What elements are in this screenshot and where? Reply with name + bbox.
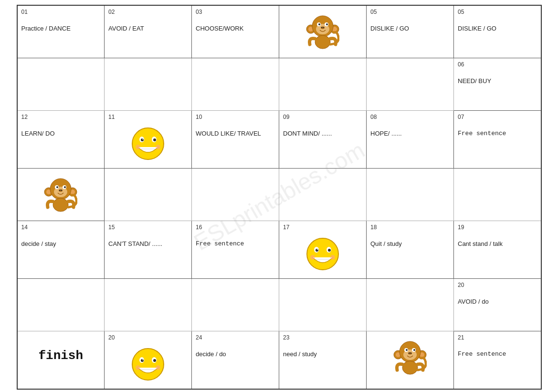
cell-number: 02 [108, 9, 188, 15]
board-cell: 21Free sentence [454, 331, 541, 389]
cell-content: AVOID / EAT [108, 24, 188, 33]
cell-content: Quit / study [370, 240, 450, 248]
board-cell: 19Cant stand / talk [454, 221, 541, 278]
smiley-image [108, 122, 188, 165]
cell-content: CHOOSE/WORK [196, 24, 275, 33]
board-cell: 03CHOOSE/WORK [192, 5, 279, 58]
cell-number: 12 [21, 114, 101, 120]
svg-point-31 [64, 186, 66, 188]
svg-point-39 [316, 249, 318, 252]
board-cell: 02AVOID / EAT [105, 5, 192, 58]
cell-content: LEARN/ DO [21, 129, 101, 138]
cell-content: decide / do [196, 350, 275, 359]
cell-content: DONT MIND/ ...... [283, 129, 362, 138]
svg-point-50 [136, 365, 140, 370]
board-cell: 08HOPE/ ...... [367, 110, 454, 168]
cell-number: 18 [370, 224, 450, 231]
board-cell [367, 278, 454, 331]
svg-point-9 [326, 23, 328, 25]
cell-content: Free sentence [458, 350, 537, 359]
svg-point-42 [310, 255, 315, 260]
svg-point-8 [318, 23, 320, 25]
cell-content: Cant stand / talk [458, 240, 537, 248]
board-cell: 09DONT MIND/ ...... [279, 110, 367, 168]
cell-number: 17 [283, 224, 362, 231]
svg-point-49 [142, 359, 143, 360]
board-cell: 05DISLIKE / GO [367, 5, 454, 58]
board-cell [367, 331, 454, 389]
cell-content: NEED/ BUY [458, 77, 537, 85]
cell-content: CAN'T STAND/ ...... [108, 240, 188, 248]
monkey-image [283, 9, 362, 52]
board-cell [17, 278, 105, 331]
svg-point-35 [53, 198, 68, 212]
cell-number: 06 [458, 61, 537, 68]
cell-content: AVOID / do [458, 297, 537, 306]
svg-point-21 [156, 145, 160, 149]
board-cell: 15CAN'T STAND/ ...... [105, 221, 192, 278]
svg-point-17 [141, 138, 144, 141]
board-cell: finish [17, 331, 105, 389]
cell-number: 07 [458, 114, 537, 120]
finish-cell: finish [21, 334, 101, 377]
board-cell: 11 [105, 110, 192, 168]
cell-content: need / study [283, 350, 362, 359]
board-cell: 12LEARN/ DO [17, 110, 105, 168]
svg-point-63 [409, 352, 410, 353]
monkey-image [21, 171, 101, 214]
board-cell [105, 58, 192, 110]
svg-point-18 [153, 138, 156, 141]
board-cell [105, 168, 192, 221]
board-cell: 18Quit / study [367, 221, 454, 278]
cell-number: 21 [458, 334, 537, 341]
cell-content: HOPE/ ...... [370, 129, 450, 138]
cell-number: 15 [108, 224, 188, 231]
board-cell [279, 5, 367, 58]
cell-number: 10 [196, 114, 275, 120]
cell-number: 23 [283, 334, 362, 341]
board-cell: 23need / study [279, 331, 367, 389]
cell-content: WOULD LIKE/ TRAVEL [196, 129, 275, 138]
cell-content: DISLIKE / GO [458, 24, 537, 33]
cell-number: 01 [21, 9, 101, 15]
svg-point-61 [413, 349, 415, 351]
board-cell: 16Free sentence [192, 221, 279, 278]
svg-point-11 [321, 27, 322, 28]
svg-point-43 [330, 255, 335, 260]
cell-content: DISLIKE / GO [370, 24, 450, 33]
board-cell: 07Free sentence [454, 110, 541, 168]
cell-content: Practice / DANCE [21, 24, 101, 33]
cell-number: 05 [458, 9, 537, 15]
board-cell: 01Practice / DANCE [17, 5, 105, 58]
board-cell [17, 168, 105, 221]
board-cell [279, 58, 367, 110]
svg-point-34 [61, 190, 62, 191]
cell-number: 09 [283, 114, 362, 120]
svg-point-33 [59, 190, 60, 191]
cell-number: 11 [108, 114, 188, 120]
svg-point-41 [317, 249, 318, 250]
cell-content: Free sentence [458, 129, 537, 138]
board-cell [367, 168, 454, 221]
cell-number: 08 [370, 114, 450, 120]
cell-number: 05 [370, 9, 450, 15]
cell-content: Free sentence [196, 240, 275, 248]
board-cell: 14decide / stay [17, 221, 105, 278]
svg-point-19 [142, 138, 143, 139]
board-cell: 17 [279, 221, 367, 278]
cell-number: 14 [21, 224, 101, 231]
svg-point-36 [307, 238, 338, 270]
svg-point-12 [323, 27, 324, 28]
board-cell: 10WOULD LIKE/ TRAVEL [192, 110, 279, 168]
smiley-image [283, 233, 362, 275]
board-cell [367, 58, 454, 110]
board-cell [279, 168, 367, 221]
board-cell [279, 278, 367, 331]
board-cell [192, 58, 279, 110]
game-board: 01Practice / DANCE02AVOID / EAT03CHOOSE/… [17, 5, 542, 390]
board-cell [17, 58, 105, 110]
board-cell: 05DISLIKE / GO [454, 5, 541, 58]
board-cell [105, 278, 192, 331]
svg-point-44 [132, 349, 164, 380]
svg-point-40 [328, 249, 331, 252]
